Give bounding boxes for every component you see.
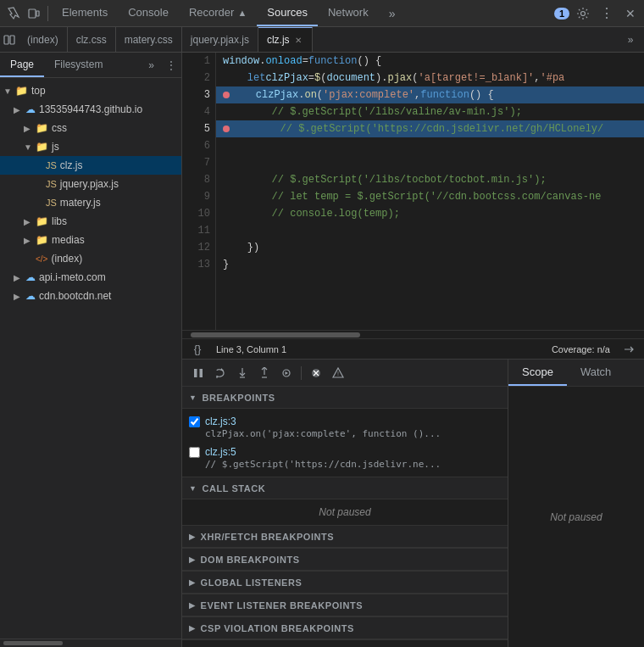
svg-rect-5 [194,369,197,377]
new-folder-icon[interactable]: ⋮ [161,59,181,71]
file-tabs-right: » [617,30,644,50]
scope-not-paused: Not paused [550,511,602,523]
tree-item-top[interactable]: ▼ 📁 top [0,81,181,100]
tab-recorder[interactable]: Recorder ▲ [179,0,257,26]
left-scroll-thumb [3,641,63,645]
more-file-tabs-icon[interactable]: » [620,30,641,50]
sidebar-toggle[interactable] [0,27,19,52]
separator [47,6,48,21]
step-over-button[interactable] [211,364,230,382]
tree-item-jquery[interactable]: ▶ JS jquery.pjax.js [0,175,181,193]
tab-console[interactable]: Console [118,0,179,26]
left-panel-tabs: Page Filesystem » ⋮ [0,53,181,78]
ln-4: 4 [182,103,215,120]
close-tab-clzjs[interactable]: ✕ [293,35,303,46]
breakpoints-section: ▼ Breakpoints clz.js:3 clzPjax.on('pjax:… [182,387,508,477]
tab-filesystem[interactable]: Filesystem [44,53,113,77]
tree-item-htmlindex[interactable]: ▶ </> (index) [0,249,181,268]
csp-header[interactable]: ▶ CSP Violation Breakpoints [182,617,508,639]
tree-arrow-github: ▶ [14,105,25,114]
cloud-api-icon: ☁ [25,271,36,283]
tree-item-matery[interactable]: ▶ JS matery.js [0,193,181,212]
breakpoints-header[interactable]: ▼ Breakpoints [182,387,508,409]
workspace: Page Filesystem » ⋮ ▼ 📁 top ▶ [0,53,644,647]
file-tab-materycss[interactable]: matery.css [116,27,182,52]
tree-item-medias[interactable]: ▶ 📁 medias [0,231,181,249]
tab-page[interactable]: Page [0,53,44,77]
step-button[interactable] [277,364,296,382]
global-listeners-header[interactable]: ▶ Global Listeners [182,572,508,594]
event-listeners-header[interactable]: ▶ Event Listener Breakpoints [182,594,508,616]
folder-medias-icon: 📁 [36,234,48,246]
tab-elements[interactable]: Elements [52,0,118,26]
code-line-3: clzPjax.on('pjax:complete', function () … [216,86,644,103]
file-tab-index[interactable]: (index) [19,27,68,52]
coverage-toggle-icon[interactable] [620,341,637,358]
code-editor[interactable]: window.onload = function () { let clzPja… [216,53,644,330]
close-icon[interactable]: ✕ [620,3,641,24]
settings-icon[interactable] [573,3,593,24]
file-tab-jquerypjax[interactable]: jquery.pjax.js [182,27,258,52]
file-jquery-icon: JS [46,179,57,189]
tab-scope[interactable]: Scope [508,360,567,386]
debug-sep1 [301,366,302,380]
coverage-status: Coverage: n/a [552,344,610,354]
tab-network[interactable]: Network [318,0,379,26]
bp-code-1: clzPjax.on('pjax:complete', function ().… [205,428,501,439]
tree-item-github[interactable]: ▶ ☁ 13535944743.github.io [0,100,181,119]
ln-8: 8 [182,171,215,188]
file-js-icon: JS [46,160,57,170]
tree-arrow-medias: ▶ [24,236,36,245]
right-side: 1 2 3 4 5 6 7 8 9 10 11 12 13 [182,53,644,647]
tree-item-cdn[interactable]: ▶ ☁ cdn.bootcdn.net [0,287,181,305]
bp-checkbox-1[interactable] [189,416,200,427]
csp-arrow-icon: ▶ [189,624,196,633]
ln-13: 13 [182,256,215,273]
code-line-13: } [216,256,644,273]
tree-item-clzjs[interactable]: ▶ JS clz.js [0,156,181,175]
file-tab-clzcss[interactable]: clz.css [68,27,116,52]
main-content: (index) clz.css matery.css jquery.pjax.j… [0,27,644,647]
pause-button[interactable] [189,364,208,382]
debug-left: ! ▼ Breakpoints [182,360,508,647]
dom-header[interactable]: ▶ DOM Breakpoints [182,549,508,571]
tab-sources[interactable]: Sources [257,0,318,26]
code-h-scrollbar[interactable] [182,330,644,338]
recorder-beta-icon: ▲ [237,8,247,18]
bp-item-1[interactable]: clz.js:3 clzPjax.on('pjax:complete', fun… [182,412,508,443]
call-stack-header[interactable]: ▼ Call Stack [182,477,508,499]
folder-libs-icon: 📁 [36,215,48,227]
tree-item-libs[interactable]: ▶ 📁 libs [0,212,181,231]
svg-text:!: ! [337,371,339,376]
cloud-icon: ☁ [25,103,36,115]
left-scrollbar-h[interactable] [0,639,181,647]
callstack-arrow-icon: ▼ [189,484,197,493]
inspect-icon[interactable] [3,3,24,24]
debug-right: Scope Watch Not paused [508,360,644,647]
tree-item-js[interactable]: ▼ 📁 js [0,137,181,156]
bp-item-2[interactable]: clz.js:5 // $.getScript('https://cdn.jsd… [182,443,508,473]
pause-on-exception-button[interactable]: ! [329,364,347,382]
format-icon[interactable]: {} [189,341,206,358]
tree-item-api[interactable]: ▶ ☁ api.i-meto.com [0,268,181,287]
more-left-tabs-icon[interactable]: » [142,59,161,71]
breakpoints-arrow-icon: ▼ [189,393,197,402]
more-tabs-icon[interactable]: » [382,3,402,24]
tree-arrow-libs: ▶ [24,217,36,226]
step-out-button[interactable] [255,364,274,382]
more-options-icon[interactable]: ⋮ [597,3,617,24]
tab-watch[interactable]: Watch [567,360,625,386]
tree-item-css[interactable]: ▶ 📁 css [0,119,181,137]
xhr-arrow-icon: ▶ [189,533,196,541]
device-icon[interactable] [24,3,44,24]
tree-arrow-css: ▶ [24,124,36,133]
xhr-header[interactable]: ▶ XHR/fetch Breakpoints [182,526,508,548]
global-listeners-section: ▶ Global Listeners [182,572,508,594]
bp-checkbox-2[interactable] [189,447,200,458]
deactivate-button[interactable] [307,364,325,382]
file-tab-clzjs[interactable]: clz.js ✕ [258,27,313,52]
step-into-button[interactable] [233,364,252,382]
call-stack-section: ▼ Call Stack Not paused [182,477,508,526]
bp-content-1: clz.js:3 clzPjax.on('pjax:complete', fun… [205,416,501,439]
call-stack-not-paused: Not paused [182,499,508,525]
